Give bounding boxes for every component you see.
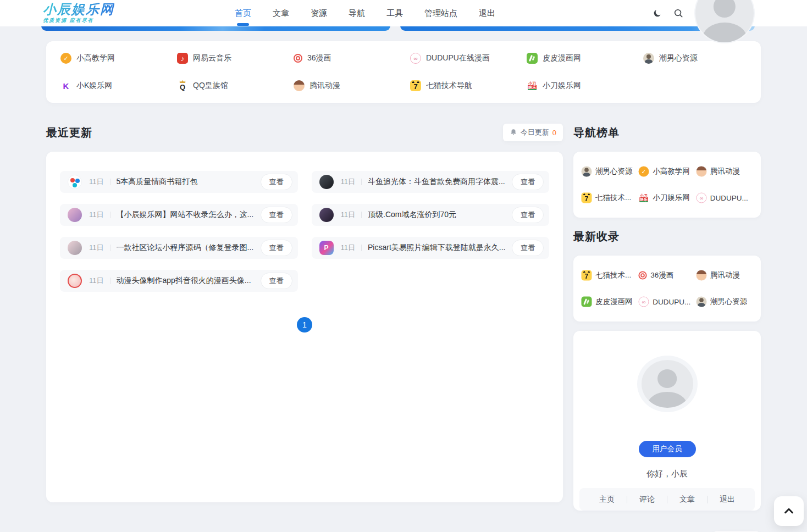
ranking-item[interactable]: 小刀娱乐网 — [638, 192, 695, 203]
dark-mode-moon-icon[interactable] — [653, 8, 662, 18]
quick-link-label: 腾讯动漫 — [309, 81, 340, 91]
ranking-item[interactable]: 七猫技术... — [581, 192, 638, 203]
latest-label: 潮男心资源 — [710, 297, 748, 307]
quick-link-label: 七猫技术导航 — [426, 81, 472, 91]
view-button[interactable]: 查看 — [512, 174, 544, 190]
ranking-label: 七猫技术... — [595, 193, 631, 203]
latest-item[interactable]: 36漫画 — [638, 270, 695, 281]
divider — [361, 245, 362, 251]
update-item[interactable]: 11日 顶级.Com域名涨价到70元 查看 — [312, 204, 550, 226]
divider — [110, 212, 110, 218]
ranking-item[interactable]: 腾讯动漫 — [696, 166, 753, 177]
menu-item-manage-site[interactable]: 管理站点 — [424, 0, 457, 26]
top-navbar: 小辰娱乐网 优质资源 应有尽有 首页 文章 资源 导航 工具 管理站点 退出 — [0, 0, 807, 26]
quick-link-item[interactable]: 网易云音乐 — [170, 45, 287, 72]
user-link-articles[interactable]: 文章 — [667, 495, 707, 505]
menu-item-navigation[interactable]: 导航 — [349, 0, 365, 26]
orange-badge-icon — [639, 167, 649, 177]
divider — [361, 212, 362, 218]
site-logo[interactable]: 小辰娱乐网 优质资源 应有尽有 — [43, 3, 114, 24]
cartoon-face-icon — [294, 80, 305, 91]
latest-item[interactable]: 潮男心资源 — [696, 296, 753, 307]
seven-cat-icon — [582, 270, 592, 281]
view-button[interactable]: 查看 — [261, 240, 292, 256]
quick-link-item[interactable]: 潮男心资源 — [637, 45, 753, 72]
chevron-up-icon — [783, 505, 795, 517]
quick-links-card: 小高教学网 网易云音乐 36漫画 DUDUPU在线漫画 皮皮漫画网 潮男心资源 … — [46, 41, 761, 103]
quick-link-label: 皮皮漫画网 — [543, 53, 581, 63]
nav-ranking-card: 潮男心资源 小高教学网 腾讯动漫 七猫技术... 小刀娱乐网 — [573, 152, 761, 218]
back-to-top-button[interactable] — [774, 496, 804, 526]
cartoon-face-icon — [696, 167, 706, 177]
ranking-item[interactable]: 潮男心资源 — [581, 166, 638, 177]
latest-item[interactable]: 腾讯动漫 — [696, 270, 753, 281]
user-avatar-icon[interactable] — [694, 0, 755, 43]
view-button[interactable]: 查看 — [512, 240, 544, 256]
menu-item-articles[interactable]: 文章 — [273, 0, 289, 26]
pagination-page-1[interactable]: 1 — [297, 317, 312, 332]
view-button[interactable]: 查看 — [512, 207, 544, 223]
search-icon[interactable] — [673, 8, 683, 18]
latest-label: 皮皮漫画网 — [595, 297, 633, 307]
latest-item[interactable]: 七猫技术... — [581, 270, 638, 281]
quick-link-item[interactable]: 小K娱乐网 — [54, 72, 170, 99]
menu-item-tools[interactable]: 工具 — [386, 0, 403, 26]
update-title: Picsart美易照片编辑下载登陆就是永久... — [368, 243, 506, 253]
ranking-item[interactable]: DUDUPU... — [696, 192, 753, 203]
quick-link-item[interactable]: 36漫画 — [287, 45, 404, 72]
latest-label: DUDUPU... — [653, 298, 690, 306]
pink-pig-icon — [639, 297, 649, 307]
member-badge-button[interactable]: 用户会员 — [639, 441, 696, 457]
menu-item-logout[interactable]: 退出 — [479, 0, 495, 26]
divider — [361, 179, 362, 185]
quick-link-item[interactable]: 皮皮漫画网 — [520, 45, 637, 72]
quick-link-item[interactable]: QQ皇族馆 — [170, 72, 287, 99]
quick-link-item[interactable]: 小高教学网 — [54, 45, 170, 72]
menu-item-home[interactable]: 首页 — [235, 0, 251, 26]
update-date: 11日 — [89, 243, 104, 253]
quick-link-label: 小K娱乐网 — [76, 81, 112, 91]
view-button[interactable]: 查看 — [261, 273, 292, 289]
cartoon-face-icon — [696, 270, 706, 281]
update-item[interactable]: 11日 动漫头像制作app抖音很火的漫画头像... 查看 — [60, 270, 298, 292]
user-avatar-placeholder[interactable] — [637, 356, 698, 412]
today-update-badge[interactable]: 今日更新 0 — [503, 124, 563, 141]
xiaodao-logo-icon — [527, 80, 538, 91]
latest-label: 腾讯动漫 — [710, 270, 740, 280]
quick-link-label: DUDUPU在线漫画 — [426, 53, 490, 63]
quick-link-label: 小刀娱乐网 — [543, 81, 581, 91]
user-link-comments[interactable]: 评论 — [627, 495, 667, 505]
view-button[interactable]: 查看 — [261, 174, 292, 190]
picsart-logo-icon — [319, 241, 334, 255]
quick-link-item[interactable]: 小刀娱乐网 — [520, 72, 637, 99]
user-link-logout[interactable]: 退出 — [707, 495, 747, 505]
update-item[interactable]: 11日 一款社区论坛小程序源码（修复登录图... 查看 — [60, 237, 298, 259]
comic-avatar-icon — [68, 274, 82, 288]
nav-ranking-title: 导航榜单 — [573, 125, 620, 140]
update-title: 5本高质量情商书籍打包 — [117, 177, 255, 187]
update-date: 11日 — [89, 210, 104, 220]
update-title: 顶级.Com域名涨价到70元 — [368, 210, 506, 220]
site-logo-tagline: 优质资源 应有尽有 — [43, 17, 114, 24]
update-item[interactable]: 11日 Picsart美易照片编辑下载登陆就是永久... 查看 — [312, 237, 550, 259]
update-item[interactable]: 11日 5本高质量情商书籍打包 查看 — [60, 171, 298, 193]
view-button[interactable]: 查看 — [261, 207, 292, 223]
latest-item[interactable]: 皮皮漫画网 — [581, 296, 638, 307]
dark-avatar-icon — [319, 175, 334, 189]
ranking-item[interactable]: 小高教学网 — [638, 166, 695, 177]
update-date: 11日 — [341, 243, 356, 253]
main-menu: 首页 文章 资源 导航 工具 管理站点 退出 — [235, 0, 495, 26]
red-target-icon — [639, 271, 647, 279]
green-leaf-icon — [582, 297, 592, 307]
ranking-label: 潮男心资源 — [595, 167, 633, 176]
quick-link-item[interactable]: DUDUPU在线漫画 — [404, 45, 520, 72]
site-logo-title: 小辰娱乐网 — [43, 3, 114, 16]
update-item[interactable]: 11日 【小辰娱乐网】网站不收录怎么办，这... 查看 — [60, 204, 298, 226]
latest-item[interactable]: DUDUPU... — [638, 296, 695, 307]
user-link-home[interactable]: 主页 — [587, 495, 627, 505]
quick-link-item[interactable]: 七猫技术导航 — [404, 72, 520, 99]
menu-item-resources[interactable]: 资源 — [311, 0, 327, 26]
red-target-icon — [294, 54, 302, 63]
update-item[interactable]: 11日 斗鱼追光体：斗鱼首款免费商用字体震... 查看 — [312, 171, 550, 193]
quick-link-item[interactable]: 腾讯动漫 — [287, 72, 404, 99]
